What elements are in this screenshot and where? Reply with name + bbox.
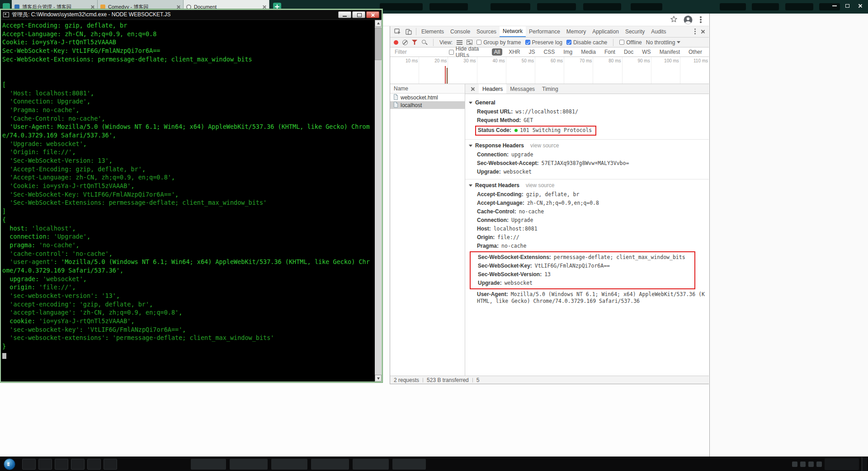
view-waterfall-icon[interactable]	[467, 40, 472, 45]
terminal-line: [	[2, 81, 373, 89]
timeline-tick: 60 ms	[535, 57, 564, 84]
devtools-menu-icon[interactable]	[694, 28, 696, 35]
taskbar-app-icon[interactable]	[71, 459, 85, 470]
taskbar-window-button[interactable]	[392, 459, 426, 470]
device-toolbar-icon[interactable]	[406, 29, 412, 35]
panel-tab-console[interactable]: Console	[447, 26, 473, 37]
taskbar-app-icon[interactable]	[55, 459, 68, 470]
filter-type-manifest[interactable]: Manifest	[657, 48, 682, 56]
clock[interactable]	[825, 458, 859, 470]
header-value: gzip, deflate, br	[526, 191, 580, 198]
maximize-button[interactable]	[841, 2, 854, 10]
close-detail-icon[interactable]	[471, 87, 475, 91]
clear-icon[interactable]	[402, 40, 408, 45]
taskbar-app-icon[interactable]	[22, 459, 36, 470]
terminal-line: ]	[2, 207, 373, 216]
filter-type-list: AllXHRJSCSSImgMediaFontDocWSManifestOthe…	[492, 48, 704, 56]
tray-icon[interactable]	[816, 462, 822, 467]
panel-tab-performance[interactable]: Performance	[526, 26, 563, 37]
preserve-log-option[interactable]: Preserve log	[525, 39, 562, 46]
disable-cache-option[interactable]: Disable cache	[566, 39, 607, 46]
status-extra: 5	[476, 377, 480, 383]
profile-avatar-icon[interactable]	[684, 15, 693, 26]
cmd-close-button[interactable]	[366, 11, 379, 18]
panel-tab-sources[interactable]: Sources	[473, 26, 500, 37]
detail-tab-headers[interactable]: Headers	[479, 84, 506, 94]
hide-data-urls-option[interactable]: Hide data URLs	[449, 46, 488, 58]
start-button[interactable]	[4, 458, 15, 470]
filter-type-other[interactable]: Other	[686, 48, 704, 56]
filter-type-xhr[interactable]: XHR	[506, 48, 522, 56]
filter-type-media[interactable]: Media	[579, 48, 598, 56]
detail-tab-messages[interactable]: Messages	[506, 84, 538, 94]
cmd-maximize-button[interactable]	[352, 11, 365, 18]
network-toolbar: View: Group by frame Preserve log Disabl…	[390, 38, 709, 47]
section-collapse-icon[interactable]	[469, 184, 472, 187]
detail-tab-timing[interactable]: Timing	[538, 84, 562, 94]
panel-tab-audits[interactable]: Audits	[648, 26, 669, 37]
cmd-app-icon	[3, 12, 9, 17]
minimize-button[interactable]	[828, 2, 841, 10]
panel-tab-application[interactable]: Application	[589, 26, 622, 37]
panel-tab-memory[interactable]: Memory	[563, 26, 589, 37]
scroll-down-arrow-icon[interactable]	[375, 375, 382, 382]
request-list-header[interactable]: Name	[390, 84, 465, 94]
filter-type-ws[interactable]: WS	[640, 48, 653, 56]
section-collapse-icon[interactable]	[469, 102, 472, 104]
cmd-minimize-button[interactable]	[338, 11, 351, 18]
bookmark-star-icon[interactable]	[670, 15, 678, 25]
panel-tab-network[interactable]: Network	[500, 26, 526, 37]
view-source-link[interactable]: view source	[526, 182, 554, 188]
scrollbar-thumb[interactable]	[375, 28, 382, 60]
taskbar-window-button[interactable]	[311, 459, 349, 470]
tab-close-icon[interactable]	[176, 5, 180, 9]
show-desktop-button[interactable]	[862, 457, 867, 471]
tray-icon[interactable]	[808, 462, 814, 467]
panel-tab-security[interactable]: Security	[622, 26, 648, 37]
search-icon[interactable]	[421, 39, 427, 45]
taskbar-window-button[interactable]	[191, 459, 226, 470]
group-by-frame-option[interactable]: Group by frame	[476, 39, 521, 46]
devtools-close-icon[interactable]	[701, 29, 705, 34]
tray-icon[interactable]	[792, 462, 797, 467]
taskbar-window-button[interactable]	[230, 459, 268, 470]
close-button[interactable]	[854, 2, 866, 10]
filter-input[interactable]: Filter	[395, 49, 445, 55]
scroll-up-arrow-icon[interactable]	[375, 20, 382, 27]
preserve-log-checkbox[interactable]	[525, 40, 530, 45]
tab-close-icon[interactable]	[262, 5, 266, 9]
tray-icon[interactable]	[800, 462, 806, 467]
tab-close-icon[interactable]	[90, 5, 94, 9]
filter-type-js[interactable]: JS	[527, 48, 538, 56]
record-button[interactable]	[394, 40, 398, 45]
timeline-tick-label: 100 ms	[664, 58, 679, 63]
taskbar-app-icon[interactable]	[38, 459, 52, 470]
panel-tab-elements[interactable]: Elements	[418, 26, 447, 37]
taskbar-window-button[interactable]	[271, 459, 307, 470]
preserve-log-label: Preserve log	[532, 39, 562, 46]
request-row[interactable]: websocket.html	[390, 94, 465, 101]
disable-cache-checkbox[interactable]	[566, 40, 571, 45]
terminal-line: 'Cookie: io=ysYa-J-rtQnTl5zVAAAB',	[2, 182, 373, 191]
taskbar-app-icon[interactable]	[104, 459, 117, 470]
inspect-element-icon[interactable]	[394, 28, 401, 35]
view-list-icon[interactable]	[457, 40, 462, 45]
filter-type-css[interactable]: CSS	[542, 48, 557, 56]
cmd-title-bar[interactable]: 管理员: C:\Windows\system32\cmd.exe - NODE …	[1, 10, 382, 20]
filter-type-font[interactable]: Font	[602, 48, 618, 56]
view-source-link[interactable]: view source	[530, 142, 559, 149]
group-by-frame-checkbox[interactable]	[476, 40, 481, 45]
terminal-scrollbar[interactable]	[375, 20, 382, 382]
taskbar-app-icon[interactable]	[87, 459, 101, 470]
filter-funnel-icon[interactable]	[412, 40, 417, 45]
hide-data-urls-checkbox[interactable]	[449, 50, 454, 55]
filter-type-img[interactable]: Img	[561, 48, 575, 56]
filter-type-doc[interactable]: Doc	[622, 48, 636, 56]
offline-checkbox[interactable]	[619, 40, 624, 45]
request-row[interactable]: localhost	[390, 101, 465, 109]
filter-type-all[interactable]: All	[492, 48, 502, 56]
throttling-dropdown[interactable]: No throttling	[646, 39, 681, 46]
section-collapse-icon[interactable]	[469, 145, 472, 147]
offline-option[interactable]: Offline	[619, 39, 642, 46]
taskbar-window-button[interactable]	[353, 459, 389, 470]
